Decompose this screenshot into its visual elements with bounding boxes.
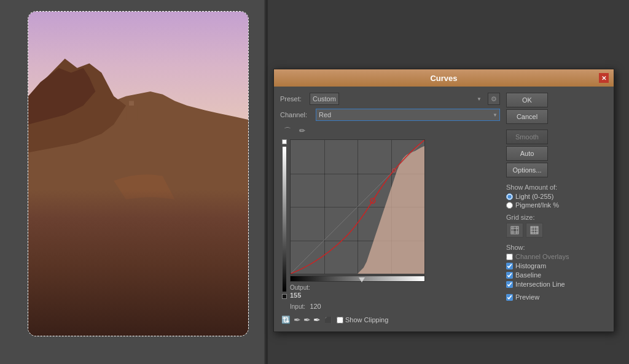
curves-graph-column: Output: 155	[290, 139, 425, 299]
show-clipping-row: Show Clipping	[337, 316, 388, 323]
input-section: Input: 120	[290, 302, 500, 311]
y-axis-gradient	[283, 147, 286, 292]
histogram-row: Histogram	[506, 262, 608, 269]
show-clipping-label: Show Clipping	[345, 316, 388, 323]
sample-eyedropper-icon[interactable]: 🔃	[280, 314, 291, 325]
intersection-line-checkbox[interactable]	[506, 281, 513, 288]
preset-label: Preset:	[280, 95, 306, 103]
gray-eyedropper-icon[interactable]: ✒	[303, 315, 311, 325]
show-clipping-checkbox[interactable]	[337, 317, 343, 323]
gear-button[interactable]: ⚙	[488, 93, 500, 105]
input-row	[280, 300, 500, 301]
left-panel: Preset: Custom ⚙ Channel: Red Green Blue…	[280, 93, 500, 325]
grid-fine-button[interactable]	[526, 223, 543, 238]
dialog-titlebar: Curves ✕	[274, 69, 614, 87]
channel-overlays-checkbox[interactable]	[506, 254, 513, 260]
input-gradient-row	[290, 274, 425, 282]
input-slider-handle[interactable]	[359, 277, 365, 282]
grid-fine-icon	[529, 225, 539, 235]
histogram-checkbox[interactable]	[506, 263, 513, 269]
curves-dialog: Curves ✕ Preset: Custom ⚙ Channel:	[273, 69, 614, 332]
preset-select-wrapper: Custom	[310, 93, 484, 105]
ok-button[interactable]: OK	[506, 93, 548, 107]
output-input-values: Output: 155	[290, 284, 425, 299]
show-label: Show:	[506, 244, 608, 251]
grid-4x4-icon	[510, 225, 520, 235]
channel-select[interactable]: Red Green Blue RGB	[316, 109, 500, 121]
pigment-radio-row: Pigment/Ink %	[506, 201, 608, 209]
y-axis-area	[280, 139, 289, 299]
grid-4x4-button[interactable]	[506, 223, 523, 238]
intersection-line-row: Intersection Line	[506, 281, 608, 288]
y-axis-white	[282, 139, 287, 144]
preset-row: Preset: Custom ⚙	[280, 93, 500, 105]
y-axis-black	[282, 294, 287, 299]
pencil-tool-icon[interactable]: ✏	[296, 125, 308, 137]
black-eyedropper-icon[interactable]: ✒	[294, 315, 301, 325]
channel-select-wrapper: Red Green Blue RGB	[316, 109, 500, 121]
light-radio-row: Light (0-255)	[506, 193, 608, 200]
grid-size-label: Grid size:	[506, 214, 608, 221]
options-button[interactable]: Options...	[506, 163, 548, 177]
channel-row: Channel: Red Green Blue RGB	[280, 109, 500, 121]
smooth-button: Smooth	[506, 130, 548, 144]
dialog-title: Curves	[289, 74, 599, 83]
preview-checkbox[interactable]	[506, 294, 513, 301]
baseline-label: Baseline	[515, 271, 541, 279]
cancel-button[interactable]: Cancel	[506, 109, 548, 124]
photo-background	[28, 12, 248, 336]
pigment-radio-label: Pigment/Ink %	[515, 201, 559, 209]
show-amount-section: Show Amount of: Light (0-255) Pigment/In…	[506, 184, 608, 210]
white-eyedropper-icon[interactable]: ✒	[313, 315, 321, 325]
close-button[interactable]: ✕	[599, 73, 609, 83]
photo-container	[28, 11, 249, 336]
intersection-line-label: Intersection Line	[515, 281, 565, 288]
curve-tool-icon[interactable]: ⌒	[281, 125, 294, 137]
curves-svg	[291, 140, 424, 274]
input-value: 120	[310, 303, 321, 310]
baseline-row: Baseline	[506, 271, 608, 279]
channel-label: Channel:	[280, 111, 312, 118]
preview-label: Preview	[515, 293, 539, 301]
eyedropper-separator: ⬛	[324, 317, 332, 323]
output-value: 155	[290, 292, 310, 299]
channel-overlays-label: Channel Overlays	[515, 253, 569, 260]
output-label: Output:	[290, 284, 310, 291]
auto-button[interactable]: Auto	[506, 146, 548, 161]
pigment-radio[interactable]	[506, 202, 513, 209]
ground-layer	[28, 190, 248, 336]
show-section: Show: Channel Overlays Histogram Baselin…	[506, 244, 608, 290]
show-amount-label: Show Amount of:	[506, 184, 608, 191]
light-radio[interactable]	[506, 193, 513, 200]
svg-rect-18	[511, 227, 518, 234]
dialog-body: Preset: Custom ⚙ Channel: Red Green Blue…	[274, 87, 614, 331]
panel-divider	[265, 0, 268, 364]
input-label: Input:	[290, 303, 305, 310]
output-gradient-row	[292, 300, 428, 301]
eyedropper-row: 🔃 ✒ ✒ ✒ ⬛ Show Clipping	[280, 314, 500, 325]
histogram-label: Histogram	[515, 262, 546, 269]
right-panel: OK Cancel Smooth Auto Options... Show Am…	[506, 93, 608, 325]
right-top-section: OK Cancel Smooth Auto Options...	[506, 93, 608, 177]
input-gradient-bar	[290, 276, 425, 282]
curves-canvas-area: Output: 155	[280, 139, 500, 299]
channel-overlays-row: Channel Overlays	[506, 253, 608, 260]
top-buttons-column: OK Cancel Smooth Auto Options...	[506, 93, 608, 177]
output-section: Output: 155	[290, 284, 310, 299]
canvas-area	[0, 0, 264, 364]
light-radio-label: Light (0-255)	[515, 193, 553, 200]
baseline-checkbox[interactable]	[506, 272, 513, 279]
svg-rect-10	[126, 106, 137, 120]
tools-row: ⌒ ✏	[280, 125, 500, 137]
grid-size-buttons	[506, 223, 608, 238]
curves-grid[interactable]	[290, 139, 425, 274]
preview-row: Preview	[506, 293, 608, 301]
grid-size-section: Grid size:	[506, 214, 608, 238]
preset-select[interactable]: Custom	[310, 93, 339, 105]
